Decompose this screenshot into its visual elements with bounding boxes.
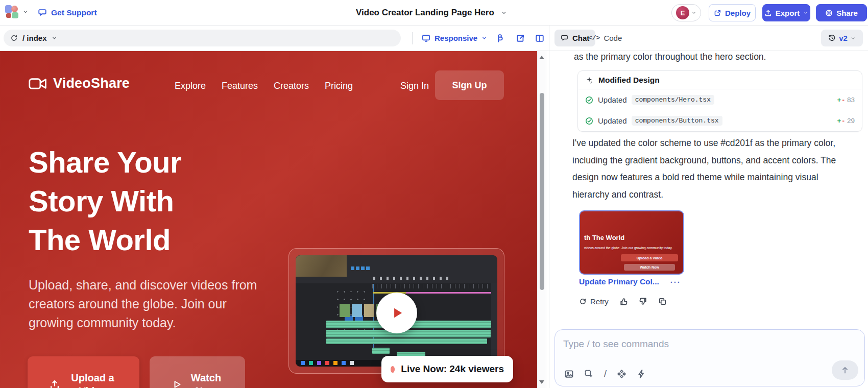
app-logo-icon — [5, 5, 19, 19]
chat-panel: as the primary color throughout the hero… — [549, 51, 868, 388]
nav-link-pricing[interactable]: Pricing — [325, 81, 353, 91]
preview-pane: VideoShare Explore Features Creators Pri… — [0, 51, 537, 388]
history-icon — [828, 34, 836, 42]
version-thumbnail-label[interactable]: Update Primary Col... — [579, 277, 659, 286]
version-thumbnail[interactable]: th The World videos around the globe. Jo… — [579, 210, 684, 275]
change-action: Updated — [598, 116, 627, 125]
mini-heading: th The World — [584, 234, 624, 241]
diff-stat: +-83 — [837, 96, 855, 104]
integrations-button[interactable] — [617, 369, 626, 379]
account-menu[interactable]: E — [671, 4, 701, 21]
send-arrow-icon — [840, 366, 850, 375]
toolbar: / index Responsive — [0, 26, 868, 51]
app-header: Get Support Video Creator Landing Page H… — [0, 0, 868, 26]
monitor-icon — [422, 34, 430, 42]
file-chip: components/Hero.tsx — [632, 95, 714, 105]
retry-button[interactable]: Retry — [579, 297, 609, 306]
hero-description: Upload, share, and discover videos from … — [29, 276, 258, 332]
scrollbar-thumb[interactable] — [540, 93, 544, 290]
select-element-button[interactable] — [584, 369, 594, 379]
refresh-icon[interactable] — [10, 34, 18, 42]
path-selector[interactable]: / index — [4, 30, 401, 46]
chevron-down-icon — [691, 10, 696, 15]
chevron-down-icon — [501, 10, 507, 16]
scroll-down-arrow[interactable] — [538, 378, 546, 386]
play-icon — [389, 305, 404, 321]
mini-upload-button: Upload a Video — [621, 254, 678, 261]
sign-up-button[interactable]: Sign Up — [435, 70, 504, 100]
quick-actions-button[interactable] — [637, 369, 646, 379]
play-button[interactable] — [376, 293, 417, 333]
export-icon — [764, 9, 772, 17]
upload-video-label: Upload a Video — [67, 371, 118, 388]
viewport-selector[interactable]: Responsive — [422, 30, 487, 46]
chevron-down-icon — [803, 10, 808, 15]
video-player-card — [288, 248, 504, 374]
message-input[interactable] — [563, 336, 849, 352]
share-label: Share — [836, 9, 858, 17]
mini-text: videos around the globe. Join our growin… — [584, 246, 672, 250]
deploy-icon — [714, 9, 721, 17]
tab-code[interactable]: </> Code — [588, 30, 622, 46]
live-dot-icon — [391, 366, 395, 373]
version-selector[interactable]: v2 — [821, 30, 863, 46]
split-view-button[interactable] — [533, 31, 547, 45]
retry-icon — [579, 298, 587, 305]
change-action: Updated — [598, 95, 627, 104]
breakpoints-button[interactable] — [493, 31, 508, 45]
upload-video-button[interactable]: Upload a Video — [28, 356, 139, 388]
chevron-down-icon — [22, 9, 29, 15]
viewport-label: Responsive — [435, 34, 477, 42]
hero-headline: Share Your Story With The World — [29, 143, 181, 259]
export-button[interactable]: Export — [762, 4, 810, 21]
video-camera-icon — [29, 77, 47, 90]
site-nav: Explore Features Creators Pricing — [175, 81, 353, 91]
ellipsis-menu-icon[interactable]: ··· — [670, 278, 681, 286]
nav-link-features[interactable]: Features — [222, 81, 258, 91]
globe-icon — [825, 9, 833, 17]
chevron-down-icon — [851, 36, 856, 41]
project-title-menu[interactable]: Video Creator Landing Page Hero — [356, 0, 507, 26]
sign-in-link[interactable]: Sign In — [400, 81, 429, 91]
workspace-menu[interactable] — [5, 5, 29, 19]
code-icon: </> — [588, 34, 600, 42]
get-support-button[interactable]: Get Support — [38, 0, 97, 26]
thumbs-up-button[interactable] — [619, 297, 628, 306]
message-composer: / — [554, 329, 865, 386]
export-label: Export — [776, 9, 800, 17]
play-outline-icon — [172, 379, 182, 388]
modified-design-card: Modified Design Updated components/Hero.… — [577, 70, 862, 132]
deploy-label: Deploy — [725, 9, 751, 17]
slash-command-icon[interactable]: / — [604, 369, 607, 379]
deploy-button[interactable]: Deploy — [709, 4, 756, 21]
copy-button[interactable] — [658, 297, 667, 306]
site-brand[interactable]: VideoShare — [29, 76, 130, 91]
check-circle-icon — [585, 96, 593, 104]
get-support-label: Get Support — [51, 8, 97, 17]
open-in-new-tab-button[interactable] — [513, 31, 527, 45]
file-chip: components/Button.tsx — [632, 116, 722, 126]
content-area: VideoShare Explore Features Creators Pri… — [0, 51, 868, 388]
nav-link-explore[interactable]: Explore — [175, 81, 206, 91]
assistant-message-clipped: as the primary color throughout the hero… — [574, 52, 766, 62]
send-button[interactable] — [832, 360, 858, 380]
toolbar-divider — [412, 32, 413, 44]
watch-now-button[interactable]: Watch Now — [150, 356, 245, 388]
code-tab-label: Code — [604, 34, 622, 42]
thumbs-down-button[interactable] — [639, 297, 647, 306]
video-thumbnail — [296, 255, 497, 367]
mini-watch-button: Watch Now — [624, 264, 675, 271]
diff-stat: +-29 — [837, 117, 855, 125]
share-button[interactable]: Share — [816, 4, 867, 21]
nav-link-creators[interactable]: Creators — [274, 81, 309, 91]
chat-bubble-icon — [38, 8, 47, 17]
pane-divider — [549, 26, 549, 51]
page-title: Video Creator Landing Page Hero — [356, 8, 494, 18]
live-badge-label: Live Now: 24k viewers — [401, 363, 504, 375]
attach-image-button[interactable] — [564, 369, 574, 379]
sparkle-icon — [585, 76, 593, 84]
retry-label: Retry — [590, 297, 609, 306]
avatar: E — [676, 6, 689, 19]
scroll-up-arrow[interactable] — [538, 53, 546, 61]
preview-scrollbar[interactable] — [537, 51, 546, 388]
